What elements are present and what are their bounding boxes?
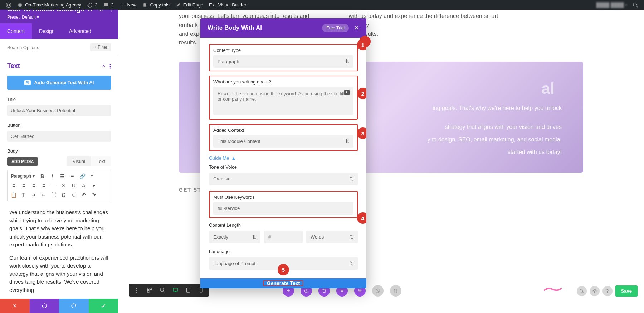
quote-icon[interactable]: ❝ bbox=[88, 172, 96, 180]
zoom-icon[interactable] bbox=[157, 285, 167, 295]
tab-advanced[interactable]: Advanced bbox=[62, 23, 98, 39]
modal-close-icon[interactable]: ✕ bbox=[354, 24, 359, 32]
edit-page[interactable]: Edit Page bbox=[172, 0, 206, 10]
revisions[interactable]: 2 bbox=[84, 0, 100, 10]
redo-icon[interactable]: ↷ bbox=[90, 191, 98, 199]
ai-chip-icon[interactable]: AI bbox=[344, 90, 350, 95]
svg-point-12 bbox=[110, 64, 111, 65]
svg-point-2 bbox=[18, 3, 22, 7]
modal-header: Write Body With AI Free Trial ✕ bbox=[200, 18, 366, 38]
discard-button[interactable] bbox=[0, 299, 30, 313]
paste-icon[interactable]: 📋 bbox=[10, 191, 18, 199]
guide-me-link[interactable]: Guide Me▲ bbox=[209, 155, 358, 161]
right-search-icon[interactable] bbox=[577, 286, 587, 296]
free-trial-button[interactable]: Free Trial bbox=[322, 24, 349, 32]
visual-tab[interactable]: Visual bbox=[67, 156, 91, 166]
generate-text-button[interactable]: Generate Text bbox=[200, 278, 366, 288]
color-chevron-icon[interactable]: ▾ bbox=[90, 182, 98, 189]
svg-point-5 bbox=[633, 3, 636, 6]
content-type-select[interactable]: Paragraph⇅ bbox=[213, 55, 353, 68]
decorative-wave bbox=[544, 286, 562, 292]
writing-about-textarea[interactable]: Rewrite the section using the keyword. A… bbox=[213, 87, 353, 115]
button-input[interactable] bbox=[7, 131, 111, 142]
search-icon[interactable] bbox=[630, 0, 641, 10]
section-more-icon[interactable] bbox=[109, 64, 111, 69]
format-select[interactable]: Paragraph▾ bbox=[10, 173, 36, 179]
indent-icon[interactable]: ⇥ bbox=[30, 191, 38, 199]
svg-rect-17 bbox=[147, 290, 149, 292]
layers-icon[interactable] bbox=[590, 286, 600, 296]
tone-select[interactable]: Creative⇅ bbox=[209, 173, 358, 185]
title-input[interactable] bbox=[7, 105, 111, 116]
emoji-icon[interactable]: ☺ bbox=[70, 191, 78, 199]
body-label: Body bbox=[7, 148, 111, 154]
copy-this[interactable]: Copy this bbox=[140, 0, 172, 10]
annotation-badge-5: 5 bbox=[278, 264, 289, 275]
align-left-icon[interactable]: ≡ bbox=[10, 182, 18, 189]
bold-icon[interactable]: B bbox=[38, 172, 46, 180]
add-media-button[interactable]: ADD MEDIA bbox=[7, 157, 38, 166]
preset-selector[interactable]: Preset: Default▾ bbox=[7, 15, 111, 20]
svg-point-11 bbox=[111, 11, 112, 12]
ol-icon[interactable]: ≡ bbox=[68, 172, 76, 180]
fullscreen-icon[interactable]: ⛶ bbox=[50, 191, 58, 199]
tab-design[interactable]: Design bbox=[32, 23, 62, 39]
tablet-icon[interactable] bbox=[183, 285, 193, 295]
length-mode-select[interactable]: Exactly⇅ bbox=[209, 231, 260, 243]
save-button[interactable] bbox=[89, 299, 118, 313]
wp-logo[interactable] bbox=[3, 0, 14, 10]
desktop-icon[interactable] bbox=[170, 285, 180, 295]
text-color-icon[interactable]: A bbox=[80, 182, 88, 189]
wp-admin-bar: On-Time Marketing Agency 2 2 +New Copy t… bbox=[0, 0, 644, 10]
ul-icon[interactable]: ☰ bbox=[58, 172, 66, 180]
help-icon[interactable]: ? bbox=[602, 286, 613, 296]
annotation-badge-4: 4 bbox=[357, 212, 366, 224]
exit-visual-builder[interactable]: Exit Visual Builder bbox=[206, 0, 249, 10]
added-context-field: 3 Added Context This Module Content⇅ bbox=[209, 124, 358, 151]
history-button[interactable] bbox=[372, 285, 384, 297]
line-icon[interactable]: — bbox=[50, 182, 58, 189]
content-type-label: Content Type bbox=[213, 48, 353, 53]
auto-generate-ai-button[interactable]: AIAuto Generate Text With AI bbox=[7, 76, 111, 90]
annotation-badge-3: 3 bbox=[357, 127, 366, 139]
wireframe-icon[interactable] bbox=[145, 285, 155, 295]
clear-icon[interactable]: T bbox=[20, 191, 28, 199]
outdent-icon[interactable]: ⇤ bbox=[40, 191, 48, 199]
link-icon[interactable]: 🔗 bbox=[78, 172, 86, 180]
redo-button[interactable] bbox=[59, 299, 89, 313]
text-tab[interactable]: Text bbox=[91, 156, 111, 166]
undo-icon[interactable]: ↶ bbox=[80, 191, 88, 199]
special-char-icon[interactable]: Ω bbox=[60, 191, 68, 199]
svg-rect-16 bbox=[150, 288, 152, 290]
filter-button[interactable]: +Filter bbox=[90, 43, 111, 51]
new-content[interactable]: +New bbox=[117, 0, 140, 10]
svg-point-1 bbox=[19, 4, 21, 6]
added-context-select[interactable]: This Module Content⇅ bbox=[213, 135, 353, 148]
svg-rect-15 bbox=[147, 288, 149, 290]
align-center-icon[interactable]: ≡ bbox=[20, 182, 28, 189]
site-name[interactable]: On-Time Marketing Agency bbox=[14, 0, 84, 10]
swap-button[interactable] bbox=[390, 285, 401, 297]
modal-title: Write Body With AI bbox=[208, 24, 262, 32]
undo-button[interactable] bbox=[30, 299, 59, 313]
wysiwyg-toolbar: Paragraph▾ B I ☰ ≡ 🔗 ❝ ≡ ≡ ≡ ≡ — S U A ▾… bbox=[7, 170, 111, 201]
tab-content[interactable]: Content bbox=[0, 23, 32, 39]
underline-icon[interactable]: U bbox=[70, 182, 78, 189]
svg-point-14 bbox=[110, 67, 111, 68]
strike-icon[interactable]: S bbox=[60, 182, 68, 189]
collapse-icon[interactable] bbox=[102, 64, 106, 69]
search-bar: +Filter bbox=[0, 39, 118, 56]
align-right-icon[interactable]: ≡ bbox=[30, 182, 38, 189]
comments[interactable]: 2 bbox=[100, 0, 116, 10]
keywords-input[interactable] bbox=[213, 202, 353, 215]
search-input[interactable] bbox=[7, 45, 90, 50]
body-editor[interactable]: We understand the business's challenges … bbox=[7, 205, 111, 299]
title-label: Title bbox=[7, 97, 111, 102]
align-justify-icon[interactable]: ≡ bbox=[40, 182, 48, 189]
length-number-input[interactable] bbox=[264, 231, 303, 243]
page-save-button[interactable]: Save bbox=[615, 285, 638, 297]
italic-icon[interactable]: I bbox=[48, 172, 56, 180]
bar-more-icon[interactable]: ⋮ bbox=[132, 285, 142, 295]
length-unit-select[interactable]: Words⇅ bbox=[306, 231, 358, 243]
user-profile[interactable]: ████ ████ ▪ bbox=[593, 0, 630, 10]
